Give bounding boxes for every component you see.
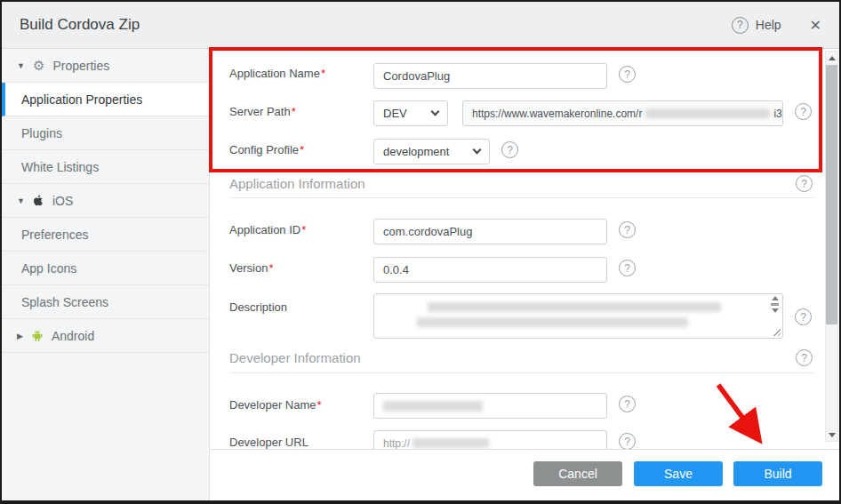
save-button[interactable]: Save — [634, 461, 723, 486]
scroll-down-icon[interactable] — [772, 308, 779, 313]
help-icon[interactable]: ? — [732, 17, 749, 34]
resize-grip-icon[interactable] — [773, 328, 781, 336]
apple-icon — [33, 194, 44, 207]
description-label: Description — [229, 300, 287, 314]
chevron-expanded-icon: ▼ — [17, 196, 25, 205]
developer-name-label: Developer Name* — [229, 398, 322, 412]
redacted-url-segment — [645, 108, 770, 118]
help-link[interactable]: Help — [756, 18, 781, 32]
gear-icon: ⚙ — [33, 59, 44, 72]
application-id-input[interactable]: com.cordovaPlug — [373, 219, 607, 244]
application-name-label: Application Name* — [229, 67, 325, 80]
cancel-button[interactable]: Cancel — [533, 461, 622, 486]
description-textarea[interactable] — [373, 293, 783, 339]
chevron-expanded-icon: ▼ — [17, 61, 25, 70]
sidebar-item-app-icons[interactable]: App Icons — [2, 252, 209, 285]
dialog-footer: Cancel Save Build — [211, 449, 839, 499]
sidebar-item-label: Application Properties — [21, 92, 142, 107]
server-path-help-icon[interactable]: ? — [795, 103, 812, 120]
dialog-title: Build Cordova Zip — [20, 16, 140, 34]
application-id-label: Application ID* — [229, 223, 306, 236]
section-divider — [229, 372, 814, 373]
config-profile-select[interactable]: development — [373, 139, 490, 164]
scrollbar-down-button[interactable] — [826, 428, 837, 441]
sidebar-item-label: Splash Screens — [21, 295, 108, 309]
server-path-env-select[interactable]: DEV — [373, 100, 448, 126]
config-profile-help-icon[interactable]: ? — [501, 141, 518, 158]
version-input[interactable]: 0.0.4 — [373, 257, 607, 283]
version-label: Version* — [229, 261, 273, 275]
textarea-scrollbar[interactable] — [769, 296, 781, 313]
required-asterisk: * — [317, 398, 322, 412]
close-icon[interactable]: ✕ — [810, 17, 821, 34]
chevron-down-icon — [473, 146, 482, 155]
main-panel: Application Name* CordovaPlug ? Server P… — [211, 49, 839, 500]
sidebar-item-application-properties[interactable]: Application Properties — [2, 83, 209, 116]
titlebar-actions: ? Help ✕ — [732, 17, 821, 34]
vertical-scrollbar[interactable] — [825, 51, 838, 442]
redacted-description-line — [417, 317, 688, 327]
sidebar-item-label: Plugins — [21, 126, 62, 140]
sidebar-group-label: Properties — [52, 59, 109, 73]
required-asterisk: * — [292, 105, 296, 118]
form-scroll-area: Application Name* CordovaPlug ? Server P… — [211, 49, 839, 449]
scrollbar-thumb[interactable] — [826, 65, 837, 324]
developer-url-input[interactable]: http:// — [373, 430, 607, 449]
server-path-url-input[interactable]: https://www.wavemakeronline.com/r i35' — [462, 100, 783, 126]
scroll-thumb[interactable] — [771, 303, 779, 306]
scrollbar-up-button[interactable] — [826, 52, 837, 64]
build-cordova-zip-dialog: Build Cordova Zip ? Help ✕ ▼ ⚙ Propertie… — [0, 0, 841, 504]
scroll-up-icon — [829, 56, 836, 60]
sidebar-item-preferences[interactable]: Preferences — [2, 218, 209, 252]
application-id-help-icon[interactable]: ? — [619, 221, 636, 238]
description-help-icon[interactable]: ? — [795, 308, 812, 325]
sidebar-item-splash-screens[interactable]: Splash Screens — [2, 285, 209, 319]
developer-url-label: Developer URL — [229, 436, 308, 449]
developer-name-help-icon[interactable]: ? — [619, 396, 636, 412]
required-asterisk: * — [301, 223, 306, 236]
developer-url-help-icon[interactable]: ? — [619, 433, 636, 449]
server-path-label: Server Path* — [229, 105, 296, 118]
version-help-icon[interactable]: ? — [619, 260, 636, 276]
developer-information-heading: Developer Information — [229, 350, 361, 365]
section-divider — [229, 197, 814, 198]
scroll-up-icon[interactable] — [772, 296, 779, 300]
developer-name-input[interactable] — [373, 393, 607, 419]
application-information-heading: Application Information — [229, 176, 365, 191]
application-name-help-icon[interactable]: ? — [619, 66, 636, 83]
android-icon — [31, 329, 44, 342]
required-asterisk: * — [268, 261, 273, 275]
sidebar-group-label: Android — [52, 329, 94, 343]
sidebar-item-label: Preferences — [21, 228, 88, 242]
scroll-down-icon — [829, 433, 836, 437]
application-name-input[interactable]: CordovaPlug — [373, 63, 607, 89]
developer-information-help-icon[interactable]: ? — [796, 349, 813, 366]
redacted-developer-name — [383, 401, 483, 412]
sidebar-item-label: App Icons — [21, 261, 76, 276]
sidebar-group-android[interactable]: ▶ Android — [2, 319, 209, 353]
sidebar: ▼ ⚙ Properties Application Properties Pl… — [2, 49, 210, 500]
config-profile-label: Config Profile* — [229, 143, 304, 156]
redacted-description-line — [428, 302, 721, 312]
redacted-developer-url — [412, 438, 489, 448]
sidebar-group-label: iOS — [52, 194, 73, 208]
required-asterisk: * — [300, 143, 304, 156]
sidebar-item-plugins[interactable]: Plugins — [2, 116, 209, 150]
sidebar-group-properties[interactable]: ▼ ⚙ Properties — [2, 49, 209, 83]
application-information-help-icon[interactable]: ? — [796, 175, 813, 192]
chevron-collapsed-icon: ▶ — [17, 332, 23, 340]
build-button[interactable]: Build — [733, 461, 822, 486]
sidebar-group-ios[interactable]: ▼ iOS — [2, 184, 209, 218]
sidebar-item-white-listings[interactable]: White Listings — [2, 150, 209, 184]
dialog-titlebar: Build Cordova Zip ? Help ✕ — [2, 2, 839, 49]
sidebar-item-label: White Listings — [21, 160, 99, 174]
chevron-down-icon — [431, 108, 440, 116]
required-asterisk: * — [321, 67, 325, 80]
